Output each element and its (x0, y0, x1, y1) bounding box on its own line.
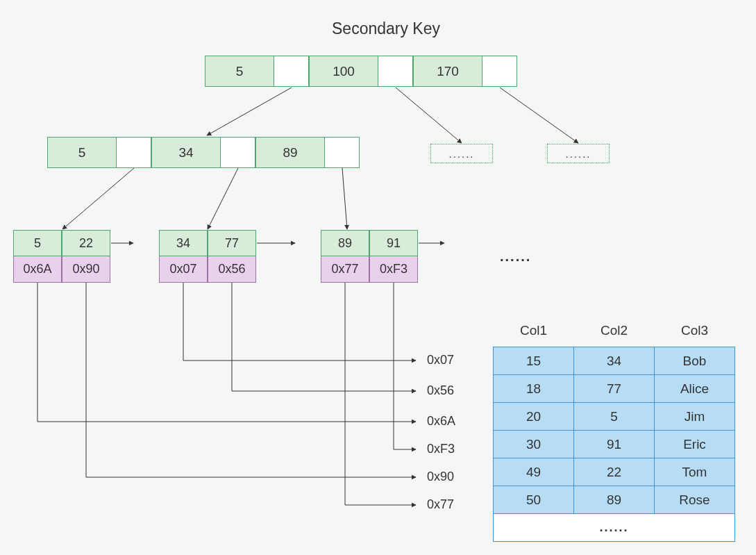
root-key: 100 (309, 56, 378, 87)
table-row: 50 89 Rose (494, 486, 735, 514)
table-cell: 5 (574, 403, 655, 431)
diagram-stage: Secondary Key (0, 0, 756, 555)
root-key: 170 (413, 56, 482, 87)
address-label: 0x6A (427, 414, 455, 429)
child-placeholder: ...... (547, 144, 610, 163)
internal-pointer-slot (117, 137, 151, 168)
leaf-key: 91 (369, 230, 418, 256)
table-header: Col2 (574, 319, 655, 347)
child-placeholder: ...... (430, 144, 493, 163)
table-cell: 34 (574, 347, 655, 375)
leaf-pointer: 0x77 (321, 256, 369, 283)
table-row: 20 5 Jim (494, 403, 735, 431)
root-pointer-slot (274, 56, 309, 87)
address-label: 0x90 (427, 470, 454, 484)
leaf-pointer: 0x56 (208, 256, 256, 283)
address-label: 0x77 (427, 497, 454, 512)
leaf-pointer: 0xF3 (369, 256, 418, 283)
address-label: 0x56 (427, 383, 454, 398)
leaf-key: 89 (321, 230, 369, 256)
table-cell: 77 (574, 375, 655, 403)
internal-key: 34 (151, 137, 221, 168)
table-cell: 20 (494, 403, 574, 431)
table-cell: 91 (574, 431, 655, 458)
leaf-node: 34 77 0x07 0x56 (159, 230, 256, 283)
table-cell: 15 (494, 347, 574, 375)
table-cell: Bob (655, 347, 735, 375)
table-cell: Eric (655, 431, 735, 458)
leaf-key: 22 (62, 230, 110, 256)
leaf-key: 77 (208, 230, 256, 256)
data-table: Col1 Col2 Col3 15 34 Bob 18 77 Alice 20 … (493, 319, 735, 542)
table-cell: Alice (655, 375, 735, 403)
root-node: 5 100 170 (205, 56, 517, 87)
leaf-pointer: 0x07 (159, 256, 208, 283)
root-key: 5 (205, 56, 274, 87)
table-cell: Jim (655, 403, 735, 431)
internal-pointer-slot (221, 137, 255, 168)
table-cell: Rose (655, 486, 735, 514)
table-footer-row: ...... (494, 514, 735, 542)
table-cell: 49 (494, 458, 574, 486)
table-cell: 50 (494, 486, 574, 514)
address-label: 0xF3 (427, 442, 455, 456)
leaf-pointer: 0x90 (62, 256, 110, 283)
leaf-key: 34 (159, 230, 208, 256)
leaf-node: 5 22 0x6A 0x90 (13, 230, 110, 283)
internal-pointer-slot (325, 137, 360, 168)
table-cell: 30 (494, 431, 574, 458)
root-pointer-slot (482, 56, 517, 87)
leaf-ellipsis: ...... (500, 249, 531, 265)
address-label: 0x07 (427, 353, 454, 367)
table-row: 49 22 Tom (494, 458, 735, 486)
table-row: 30 91 Eric (494, 431, 735, 458)
leaf-key: 5 (13, 230, 62, 256)
table-header: Col3 (655, 319, 735, 347)
table-row: 15 34 Bob (494, 347, 735, 375)
table-cell: 18 (494, 375, 574, 403)
table-cell: Tom (655, 458, 735, 486)
leaf-pointer: 0x6A (13, 256, 62, 283)
diagram-title: Secondary Key (332, 19, 440, 38)
table-cell: 22 (574, 458, 655, 486)
internal-key: 89 (255, 137, 325, 168)
table-cell: 89 (574, 486, 655, 514)
root-pointer-slot (378, 56, 413, 87)
leaf-node: 89 91 0x77 0xF3 (321, 230, 418, 283)
internal-key: 5 (47, 137, 117, 168)
table-row: 18 77 Alice (494, 375, 735, 403)
table-footer-ellipsis: ...... (494, 514, 735, 542)
table-header: Col1 (494, 319, 574, 347)
internal-node: 5 34 89 (47, 137, 360, 168)
